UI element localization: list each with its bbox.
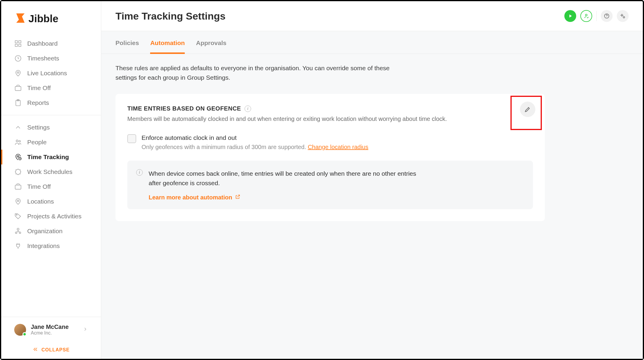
svg-rect-3 (19, 44, 21, 47)
svg-point-22 (606, 17, 607, 17)
note-box: i When device comes back online, time en… (127, 161, 533, 209)
geotime-icon (14, 153, 22, 161)
sidebar-item-time-off-settings[interactable]: Time Off (1, 179, 101, 194)
sidebar-label: Time Tracking (27, 153, 69, 161)
svg-rect-6 (15, 87, 21, 91)
dashboard-icon (14, 40, 22, 47)
collapse-button[interactable]: COLLAPSE (1, 342, 101, 359)
suitcase-icon (14, 183, 22, 191)
svg-point-11 (17, 156, 19, 157)
edit-button[interactable] (520, 102, 535, 117)
clipboard-icon (14, 99, 22, 107)
checkbox-row: Enforce automatic clock in and out Only … (127, 134, 533, 151)
sidebar-item-work-schedules[interactable]: Work Schedules (1, 164, 101, 179)
status-dot-icon (23, 332, 27, 336)
sidebar-footer: Jane McCane Acme Inc. COLLAPSE (1, 317, 101, 359)
sidebar-item-time-tracking[interactable]: Time Tracking (1, 150, 101, 164)
sidebar-label: Timesheets (27, 55, 59, 62)
user-status-button[interactable] (580, 10, 592, 22)
logo-icon (14, 12, 27, 25)
tabs-bar: Policies Automation Approvals (101, 31, 643, 54)
svg-point-24 (623, 17, 625, 18)
svg-point-15 (17, 200, 19, 201)
schedule-icon (14, 168, 22, 176)
nav-secondary: Settings People Time Tracking Work Sched… (1, 120, 101, 253)
tab-policies[interactable]: Policies (115, 31, 139, 54)
change-location-radius-link[interactable]: Change location radius (308, 144, 368, 150)
sidebar-item-people[interactable]: People (1, 135, 101, 150)
sidebar-label: People (27, 139, 46, 146)
note-text: When device comes back online, time entr… (149, 169, 427, 188)
page-title: Time Tracking Settings (115, 10, 226, 22)
sidebar-item-reports[interactable]: Reports (1, 95, 101, 110)
pin-icon (14, 198, 22, 205)
svg-rect-1 (19, 41, 21, 43)
geofence-card: TIME ENTRIES BASED ON GEOFENCE i Members… (115, 94, 545, 221)
sidebar-item-live-locations[interactable]: Live Locations (1, 66, 101, 81)
sidebar-item-timesheets[interactable]: Timesheets (1, 51, 101, 66)
user-org: Acme Inc. (31, 330, 69, 336)
sidebar-item-locations[interactable]: Locations (1, 194, 101, 209)
svg-point-16 (16, 215, 17, 215)
card-title: TIME ENTRIES BASED ON GEOFENCE (127, 105, 241, 112)
sidebar-item-projects-activities[interactable]: Projects & Activities (1, 209, 101, 224)
sidebar-label: Projects & Activities (27, 213, 81, 220)
content: These rules are applied as defaults to e… (101, 54, 643, 359)
sidebar-label: Time Off (27, 183, 51, 190)
svg-rect-2 (15, 44, 17, 47)
tab-label: Approvals (196, 39, 227, 46)
tab-label: Automation (150, 39, 185, 46)
learn-more-link[interactable]: Learn more about automation (149, 194, 240, 201)
user-menu[interactable]: Jane McCane Acme Inc. (1, 317, 101, 342)
svg-point-20 (585, 14, 587, 16)
sidebar-item-settings[interactable]: Settings (1, 120, 101, 135)
nav-primary: Dashboard Timesheets Live Locations Time… (1, 36, 101, 110)
clock-icon (14, 55, 22, 62)
chevron-up-icon (14, 124, 22, 131)
svg-point-10 (19, 140, 20, 142)
sidebar-label: Live Locations (27, 70, 67, 77)
svg-point-5 (17, 72, 19, 73)
tag-icon (14, 212, 22, 220)
info-icon: i (136, 169, 143, 176)
nav-divider (1, 115, 101, 115)
people-icon (14, 138, 22, 146)
settings-tools-button[interactable] (617, 10, 629, 22)
divider (596, 11, 597, 21)
checkbox-hint: Only geofences with a minimum radius of … (142, 144, 368, 151)
header-bar: Time Tracking Settings (101, 1, 643, 31)
checkbox-label: Enforce automatic clock in and out (142, 134, 368, 141)
help-button[interactable] (601, 10, 613, 22)
start-timer-button[interactable] (564, 10, 576, 22)
sidebar-label: Time Off (27, 84, 51, 92)
logo[interactable]: Jibble (1, 1, 101, 36)
collapse-label: COLLAPSE (41, 347, 70, 353)
sidebar-item-time-off[interactable]: Time Off (1, 81, 101, 95)
enforce-auto-clock-checkbox[interactable] (127, 134, 136, 143)
tab-automation[interactable]: Automation (150, 31, 185, 54)
logo-text: Jibble (28, 13, 58, 25)
sidebar-item-dashboard[interactable]: Dashboard (1, 36, 101, 51)
user-name: Jane McCane (31, 324, 69, 330)
sidebar: Jibble Dashboard Timesheets Live Locatio… (1, 1, 101, 359)
sidebar-label: Reports (27, 99, 49, 106)
sidebar-label: Settings (27, 124, 50, 131)
sidebar-label: Work Schedules (27, 168, 73, 175)
sidebar-label: Locations (27, 198, 54, 205)
tab-approvals[interactable]: Approvals (196, 31, 227, 54)
info-icon[interactable]: i (245, 105, 251, 112)
chevron-double-left-icon (33, 346, 38, 353)
sidebar-label: Organization (27, 228, 62, 235)
card-subtitle: Members will be automatically clocked in… (127, 116, 533, 122)
plug-icon (14, 242, 22, 250)
sidebar-item-organization[interactable]: Organization (1, 224, 101, 239)
intro-text: These rules are applied as defaults to e… (115, 63, 397, 82)
pin-icon (14, 69, 22, 77)
org-icon (14, 227, 22, 235)
sidebar-label: Dashboard (27, 40, 58, 47)
tab-label: Policies (115, 39, 139, 46)
chevron-right-icon (83, 327, 88, 333)
sidebar-item-integrations[interactable]: Integrations (1, 239, 101, 253)
svg-rect-0 (15, 41, 17, 43)
svg-rect-14 (15, 185, 21, 189)
